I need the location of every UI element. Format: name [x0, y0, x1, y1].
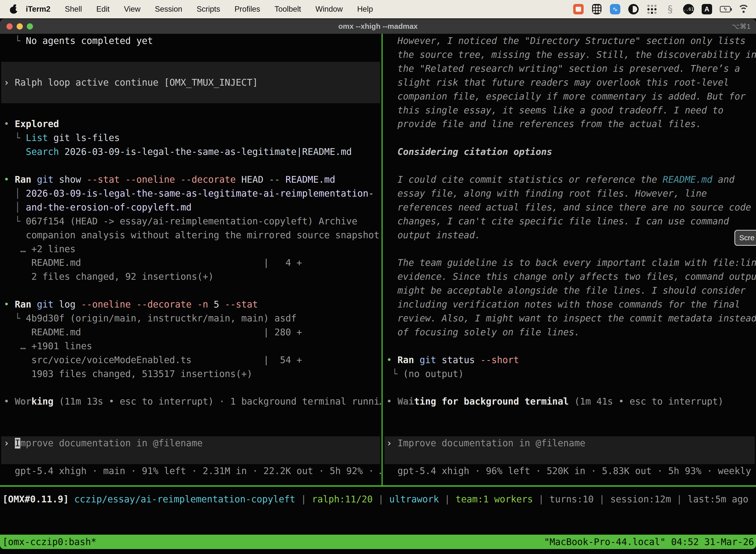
terminal-line: … +1901 lines — [0, 339, 381, 353]
terminal-line — [0, 90, 381, 104]
battery-charging-icon[interactable]: ϟ — [720, 4, 731, 15]
terminal-line: provide file and line references from th… — [383, 117, 756, 131]
menu-item-session[interactable]: Session — [147, 0, 189, 18]
terminal-line: changes, I can't cite specific file line… — [383, 214, 756, 228]
terminal-line — [0, 62, 381, 76]
terminal-line: › Ralph loop active continue [OMX_TMUX_I… — [0, 76, 381, 90]
terminal-line: gpt-5.4 xhigh · 96% left · 520K in · 5.8… — [383, 464, 756, 478]
terminal-line: └ 067f154 (HEAD -> essay/ai-reimplementa… — [0, 214, 381, 228]
terminal-line: essay file, along with finding root file… — [383, 187, 756, 201]
terminal-line: └ List git ls-files — [0, 131, 381, 145]
terminal-line — [383, 423, 756, 436]
terminal-line: └ No agents completed yet — [0, 34, 381, 48]
tmux-session-name: [omx-cczip0:bash* — [0, 537, 97, 547]
omx-status-line: [OMX#0.11.9] cczip/essay/ai-reimplementa… — [2, 492, 748, 506]
tmux-horizontal-pane-border[interactable] — [0, 485, 756, 487]
terminal-line: this single essay, it seems like a good … — [383, 104, 756, 117]
terminal-line: • Working (11m 13s • esc to interrupt) ·… — [0, 395, 381, 408]
terminal-line: might be acceptable alongside the file l… — [383, 284, 756, 297]
terminal-line: • Explored — [0, 117, 381, 131]
terminal-line: › Improve documentation in @filename — [0, 436, 381, 450]
terminal-pane-right[interactable]: However, I noticed the "Directory Struct… — [383, 34, 756, 485]
menu-items: iTerm2ShellEditViewSessionScriptsProfile… — [26, 0, 380, 18]
input-source-icon[interactable]: A — [701, 4, 712, 15]
terminal-line: of focusing solely on file lines. — [383, 325, 756, 339]
menu-bar: iTerm2ShellEditViewSessionScriptsProfile… — [0, 0, 756, 18]
terminal-line — [383, 450, 756, 464]
terminal-line: the "Related research writing" section i… — [383, 62, 756, 76]
terminal-line: • Ran git show --stat --oneline --decora… — [0, 173, 381, 187]
menu-item-window[interactable]: Window — [308, 0, 350, 18]
squiggle-icon[interactable]: § — [665, 4, 676, 15]
window-title-bar: omx --xhigh --madmax ⌥⌘1 — [0, 19, 756, 34]
terminal-line: However, I noticed the "Directory Struct… — [383, 34, 756, 48]
dots-grid-icon[interactable] — [646, 4, 657, 15]
window-title: omx --xhigh --madmax — [0, 22, 756, 31]
terminal-line: README.md | 280 + — [0, 325, 381, 339]
terminal-line: review. Also, I might want to inspect th… — [383, 312, 756, 325]
terminal-line: Considering citation options — [383, 145, 756, 159]
menu-item-edit[interactable]: Edit — [89, 0, 117, 18]
text-cursor: I — [15, 438, 20, 448]
terminal-line — [383, 408, 756, 423]
terminal-line: README.md | 4 + — [0, 256, 381, 270]
terminal-line — [383, 131, 756, 145]
terminal-line: │ and-the-erosion-of-copyleft.md — [0, 201, 381, 214]
terminal-line: I could cite commit statistics or refere… — [383, 173, 756, 187]
terminal-line — [383, 339, 756, 353]
tmux-vertical-pane-border[interactable] — [381, 34, 383, 487]
tmux-host-and-clock: "MacBook-Pro-44.local" 04:52 31-Mar-26 — [544, 537, 756, 547]
screen-recording-icon[interactable] — [573, 4, 584, 15]
terminal-line — [0, 381, 381, 395]
terminal-line: gpt-5.4 xhigh · main · 91% left · 2.31M … — [0, 464, 381, 478]
terminal-line: output instead. — [383, 228, 756, 242]
menu-status-icons: ∿§..61Aϟ — [573, 4, 756, 15]
wifi-icon[interactable] — [738, 4, 749, 15]
battery-percent-icon[interactable]: ..61 — [683, 4, 694, 15]
screen-overlay-button[interactable]: Scre — [735, 230, 756, 246]
tmux-status-bar: [omx-cczip0:bash* "MacBook-Pro-44.local"… — [0, 535, 756, 549]
terminal-line — [0, 104, 381, 117]
terminal-line — [0, 48, 381, 62]
terminal-window: └ No agents completed yet› Ralph loop ac… — [0, 34, 756, 554]
terminal-line: • Waiting for background terminal (1m 41… — [383, 395, 756, 408]
terminal-pane-left[interactable]: └ No agents completed yet› Ralph loop ac… — [0, 34, 381, 485]
apple-menu-icon[interactable] — [10, 5, 17, 14]
terminal-line: └ 4b9d30f (origin/main, instructkr/main,… — [0, 312, 381, 325]
terminal-line — [0, 159, 381, 173]
terminal-line: The team guideline is to back every impo… — [383, 256, 756, 270]
terminal-line: │ 2026-03-09-is-legal-the-same-as-legiti… — [0, 187, 381, 201]
terminal-line — [0, 408, 381, 423]
terminal-line: the source tree, missing the essay. Stil… — [383, 48, 756, 62]
terminal-line: 2 files changed, 92 insertions(+) — [0, 270, 381, 284]
terminal-line — [0, 284, 381, 297]
menu-item-iterm2[interactable]: iTerm2 — [26, 0, 58, 18]
terminal-line: companion analysis without altering the … — [0, 228, 381, 242]
terminal-line: • Ran git status --short — [383, 353, 756, 367]
terminal-line — [383, 381, 756, 395]
terminal-line: … +2 lines — [0, 242, 381, 256]
terminal-line — [0, 450, 381, 464]
terminal-line: including verification notes with those … — [383, 297, 756, 312]
terminal-line: evidence. Since this change only affects… — [383, 270, 756, 284]
terminal-line: src/voice/voiceModeEnabled.ts | 54 + — [0, 353, 381, 367]
menu-item-scripts[interactable]: Scripts — [189, 0, 228, 18]
keypad-shield-icon[interactable] — [591, 4, 602, 15]
terminal-line: └ (no output) — [383, 367, 756, 381]
terminal-line — [383, 242, 756, 256]
terminal-line: Search 2026-03-09-is-legal-the-same-as-l… — [0, 145, 381, 159]
terminal-line — [0, 423, 381, 436]
blue-badge-icon[interactable]: ∿ — [610, 4, 621, 15]
terminal-line: slight risk that future readers may over… — [383, 76, 756, 90]
contrast-icon[interactable] — [628, 4, 639, 15]
terminal-line: companion file, especially if more comme… — [383, 90, 756, 104]
menu-item-toolbelt[interactable]: Toolbelt — [267, 0, 308, 18]
menu-item-profiles[interactable]: Profiles — [227, 0, 267, 18]
terminal-line: 1903 files changed, 513517 insertions(+) — [0, 367, 381, 381]
menu-item-shell[interactable]: Shell — [58, 0, 89, 18]
terminal-line: • Ran git log --oneline --decorate -n 5 … — [0, 297, 381, 312]
terminal-line: › Improve documentation in @filename — [383, 436, 756, 450]
terminal-line: references need actual files, and since … — [383, 201, 756, 214]
menu-item-view[interactable]: View — [117, 0, 148, 18]
menu-item-help[interactable]: Help — [350, 0, 380, 18]
